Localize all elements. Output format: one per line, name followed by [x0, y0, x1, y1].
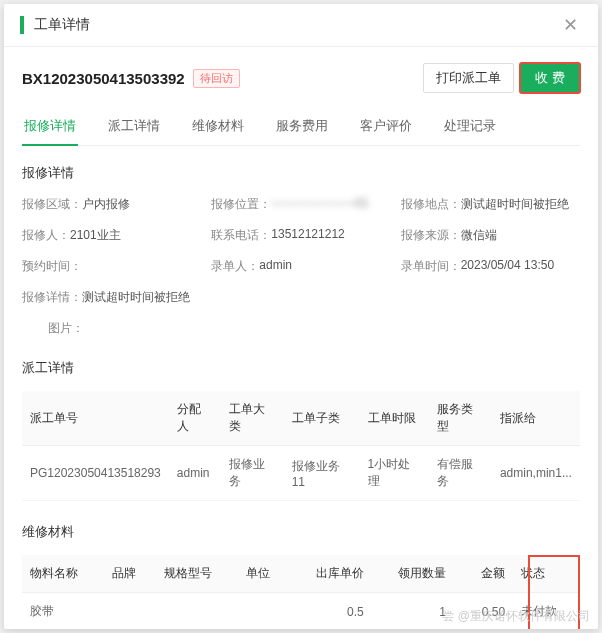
td: PG12023050413518293 — [22, 446, 169, 501]
table-header-row: 物料名称 品牌 规格型号 单位 出库单价 领用数量 金额 状态 — [22, 555, 580, 593]
th: 金额 — [454, 555, 513, 593]
label: 报修人： — [22, 227, 70, 244]
td: admin,min1... — [492, 446, 580, 501]
label: 录单时间： — [401, 258, 461, 275]
td: 0.5 — [289, 593, 371, 630]
value: 微信端 — [461, 227, 497, 244]
td — [156, 593, 238, 630]
th: 领用数量 — [372, 555, 454, 593]
repair-section-title: 报修详情 — [22, 164, 580, 182]
label: 报修详情： — [22, 289, 82, 306]
tab-process-log[interactable]: 处理记录 — [442, 111, 498, 145]
close-icon[interactable]: ✕ — [559, 14, 582, 36]
label: 报修地点： — [401, 196, 461, 213]
th: 品牌 — [104, 555, 155, 593]
field-person: 报修人：2101业主 — [22, 227, 201, 244]
field-phone: 联系电话：13512121212 — [211, 227, 390, 244]
field-spot: 报修地点：测试超时时间被拒绝 — [401, 196, 580, 213]
charge-button[interactable]: 收 费 — [520, 63, 580, 93]
value: 2101业主 — [70, 227, 121, 244]
label: 报修位置： — [211, 196, 271, 213]
value: 13512121212 — [271, 227, 344, 244]
field-location: 报修位置：———————01 — [211, 196, 390, 213]
label: 报修来源： — [401, 227, 461, 244]
tab-materials[interactable]: 维修材料 — [190, 111, 246, 145]
field-source: 报修来源：微信端 — [401, 227, 580, 244]
th: 分配人 — [169, 391, 221, 446]
th: 派工单号 — [22, 391, 169, 446]
td: 报修业务 — [221, 446, 284, 501]
value: 户内报修 — [82, 196, 130, 213]
dispatch-table: 派工单号 分配人 工单大类 工单子类 工单时限 服务类型 指派给 PG12023… — [22, 391, 580, 501]
th: 物料名称 — [22, 555, 104, 593]
td — [104, 593, 155, 630]
td: 有偿服务 — [429, 446, 492, 501]
work-order-dialog: 工单详情 ✕ BX12023050413503392 待回访 打印派工单 收 费… — [4, 4, 598, 629]
field-detail: 报修详情：测试超时时间被拒绝 — [22, 289, 580, 306]
value: ———————01 — [271, 196, 368, 213]
th: 工单大类 — [221, 391, 284, 446]
td: 报修业务11 — [284, 446, 360, 501]
tab-dispatch-detail[interactable]: 派工详情 — [106, 111, 162, 145]
th: 规格型号 — [156, 555, 238, 593]
th: 出库单价 — [289, 555, 371, 593]
status-badge: 待回访 — [193, 69, 240, 88]
tab-customer-review[interactable]: 客户评价 — [358, 111, 414, 145]
repair-info-grid: 报修区域：户内报修 报修位置：———————01 报修地点：测试超时时间被拒绝 … — [22, 196, 580, 337]
value: 2023/05/04 13:50 — [461, 258, 554, 275]
order-header: BX12023050413503392 待回访 打印派工单 收 费 — [22, 63, 580, 93]
th: 工单子类 — [284, 391, 360, 446]
table-row: 胶带0.510.50未付款 — [22, 593, 580, 630]
dialog-title-wrap: 工单详情 — [20, 16, 90, 34]
table-header-row: 派工单号 分配人 工单大类 工单子类 工单时限 服务类型 指派给 — [22, 391, 580, 446]
dialog-header: 工单详情 ✕ — [4, 4, 598, 47]
th: 指派给 — [492, 391, 580, 446]
value: 测试超时时间被拒绝 — [461, 196, 569, 213]
materials-table: 物料名称 品牌 规格型号 单位 出库单价 领用数量 金额 状态 胶带0.510.… — [22, 555, 580, 629]
td: 0.50 — [454, 593, 513, 630]
materials-section-title: 维修材料 — [22, 523, 580, 541]
label: 录单人： — [211, 258, 259, 275]
td: 胶带 — [22, 593, 104, 630]
materials-section: 维修材料 物料名称 品牌 规格型号 单位 出库单价 领用数量 金额 状态 — [22, 523, 580, 629]
field-recorder: 录单人：admin — [211, 258, 390, 275]
label: 图片： — [48, 320, 84, 337]
accent-bar — [20, 16, 24, 34]
tab-repair-detail[interactable]: 报修详情 — [22, 111, 78, 145]
dialog-body: BX12023050413503392 待回访 打印派工单 收 费 报修详情 派… — [4, 47, 598, 629]
field-area: 报修区域：户内报修 — [22, 196, 201, 213]
value: admin — [259, 258, 292, 275]
field-pic: 图片： — [22, 320, 580, 337]
label: 联系电话： — [211, 227, 271, 244]
dispatch-section-title: 派工详情 — [22, 359, 580, 377]
table-row: PG12023050413518293 admin 报修业务 报修业务11 1小… — [22, 446, 580, 501]
td: 1 — [372, 593, 454, 630]
field-appoint: 预约时间： — [22, 258, 201, 275]
td-status: 未付款 — [513, 593, 580, 630]
tabs: 报修详情 派工详情 维修材料 服务费用 客户评价 处理记录 — [22, 111, 580, 146]
dispatch-section: 派工详情 派工单号 分配人 工单大类 工单子类 工单时限 服务类型 指派给 PG… — [22, 359, 580, 501]
value: 测试超时时间被拒绝 — [82, 289, 190, 306]
repair-section: 报修详情 报修区域：户内报修 报修位置：———————01 报修地点：测试超时时… — [22, 164, 580, 337]
td: admin — [169, 446, 221, 501]
th: 状态 — [513, 555, 580, 593]
th: 单位 — [238, 555, 289, 593]
dialog-title: 工单详情 — [34, 16, 90, 34]
label: 报修区域： — [22, 196, 82, 213]
td — [238, 593, 289, 630]
th: 服务类型 — [429, 391, 492, 446]
tab-service-fee[interactable]: 服务费用 — [274, 111, 330, 145]
order-number: BX12023050413503392 — [22, 70, 185, 87]
order-actions: 打印派工单 收 费 — [423, 63, 580, 93]
th: 工单时限 — [360, 391, 429, 446]
print-button[interactable]: 打印派工单 — [423, 63, 514, 93]
label: 预约时间： — [22, 258, 82, 275]
order-left: BX12023050413503392 待回访 — [22, 69, 240, 88]
field-rectime: 录单时间：2023/05/04 13:50 — [401, 258, 580, 275]
materials-table-wrap: 物料名称 品牌 规格型号 单位 出库单价 领用数量 金额 状态 胶带0.510.… — [22, 555, 580, 629]
td: 1小时处理 — [360, 446, 429, 501]
